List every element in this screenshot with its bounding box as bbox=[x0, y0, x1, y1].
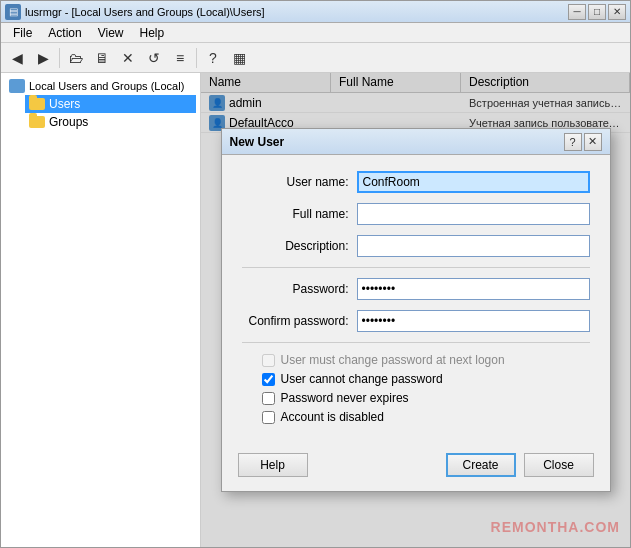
users-folder-icon bbox=[29, 98, 45, 110]
password-never-expires-checkbox[interactable] bbox=[262, 392, 275, 405]
checkbox-row-must-change: User must change password at next logon bbox=[262, 353, 590, 367]
fullname-input[interactable] bbox=[357, 203, 590, 225]
toolbar-properties-button[interactable]: ≡ bbox=[168, 46, 192, 70]
create-button[interactable]: Create bbox=[446, 453, 516, 477]
toolbar-delete-button[interactable]: ✕ bbox=[116, 46, 140, 70]
sidebar-users-label: Users bbox=[49, 97, 80, 111]
must-change-password-checkbox[interactable] bbox=[262, 354, 275, 367]
checkbox-group: User must change password at next logon … bbox=[242, 353, 590, 424]
form-divider-1 bbox=[242, 267, 590, 268]
menu-action[interactable]: Action bbox=[40, 24, 89, 42]
checkbox-row-never-expires: Password never expires bbox=[262, 391, 590, 405]
window-title: lusrmgr - [Local Users and Groups (Local… bbox=[25, 6, 568, 18]
toolbar-folder-button[interactable]: 🗁 bbox=[64, 46, 88, 70]
toolbar-separator-1 bbox=[59, 48, 60, 68]
confirm-password-label: Confirm password: bbox=[242, 314, 357, 328]
password-input[interactable] bbox=[357, 278, 590, 300]
checkbox-row-cannot-change: User cannot change password bbox=[262, 372, 590, 386]
cannot-change-password-checkbox[interactable] bbox=[262, 373, 275, 386]
maximize-button[interactable]: □ bbox=[588, 4, 606, 20]
form-divider-2 bbox=[242, 342, 590, 343]
main-window: ▤ lusrmgr - [Local Users and Groups (Loc… bbox=[0, 0, 631, 548]
window-controls: ─ □ ✕ bbox=[568, 4, 626, 20]
toolbar-refresh-button[interactable]: ↺ bbox=[142, 46, 166, 70]
confirm-password-input[interactable] bbox=[357, 310, 590, 332]
toolbar-help-button[interactable]: ? bbox=[201, 46, 225, 70]
menu-bar: File Action View Help bbox=[1, 23, 630, 43]
list-panel: Name Full Name Description 👤 admin Встро… bbox=[201, 73, 630, 547]
dialog-help-icon-button[interactable]: ? bbox=[564, 133, 582, 151]
dialog-title-buttons: ? ✕ bbox=[564, 133, 602, 151]
account-disabled-label: Account is disabled bbox=[281, 410, 384, 424]
fullname-row: Full name: bbox=[242, 203, 590, 225]
username-label: User name: bbox=[242, 175, 357, 189]
account-disabled-checkbox[interactable] bbox=[262, 411, 275, 424]
confirm-password-row: Confirm password: bbox=[242, 310, 590, 332]
description-label: Description: bbox=[242, 239, 357, 253]
tree-root-label: Local Users and Groups (Local) bbox=[29, 80, 184, 92]
sidebar-item-groups[interactable]: Groups bbox=[25, 113, 196, 131]
description-input[interactable] bbox=[357, 235, 590, 257]
dialog-title-bar: New User ? ✕ bbox=[222, 129, 610, 155]
dialog-close-icon-button[interactable]: ✕ bbox=[584, 133, 602, 151]
tree-children: Users Groups bbox=[5, 95, 196, 131]
modal-overlay: New User ? ✕ User name: bbox=[201, 73, 630, 547]
new-user-dialog: New User ? ✕ User name: bbox=[221, 128, 611, 492]
description-row: Description: bbox=[242, 235, 590, 257]
window-close-button[interactable]: ✕ bbox=[608, 4, 626, 20]
password-never-expires-label: Password never expires bbox=[281, 391, 409, 405]
menu-view[interactable]: View bbox=[90, 24, 132, 42]
main-content-area: Local Users and Groups (Local) Users Gro… bbox=[1, 73, 630, 547]
footer-left: Help bbox=[238, 453, 438, 477]
toolbar-monitor-button[interactable]: 🖥 bbox=[90, 46, 114, 70]
username-input[interactable] bbox=[357, 171, 590, 193]
dialog-title: New User bbox=[230, 135, 564, 149]
menu-file[interactable]: File bbox=[5, 24, 40, 42]
menu-help[interactable]: Help bbox=[132, 24, 173, 42]
tree-root-item[interactable]: Local Users and Groups (Local) bbox=[5, 77, 196, 95]
checkbox-row-disabled: Account is disabled bbox=[262, 410, 590, 424]
toolbar-forward-button[interactable]: ▶ bbox=[31, 46, 55, 70]
username-row: User name: bbox=[242, 171, 590, 193]
must-change-password-label: User must change password at next logon bbox=[281, 353, 505, 367]
dialog-body: User name: Full name: Description: bbox=[222, 155, 610, 445]
groups-folder-icon bbox=[29, 116, 45, 128]
title-bar: ▤ lusrmgr - [Local Users and Groups (Loc… bbox=[1, 1, 630, 23]
password-row: Password: bbox=[242, 278, 590, 300]
password-label: Password: bbox=[242, 282, 357, 296]
dialog-footer: Help Create Close bbox=[222, 445, 610, 491]
help-button[interactable]: Help bbox=[238, 453, 308, 477]
minimize-button[interactable]: ─ bbox=[568, 4, 586, 20]
fullname-label: Full name: bbox=[242, 207, 357, 221]
window-icon: ▤ bbox=[5, 4, 21, 20]
toolbar-grid-button[interactable]: ▦ bbox=[227, 46, 251, 70]
sidebar-groups-label: Groups bbox=[49, 115, 88, 129]
dialog-close-button[interactable]: Close bbox=[524, 453, 594, 477]
sidebar-item-users[interactable]: Users bbox=[25, 95, 196, 113]
sidebar: Local Users and Groups (Local) Users Gro… bbox=[1, 73, 201, 547]
toolbar: ◀ ▶ 🗁 🖥 ✕ ↺ ≡ ? ▦ bbox=[1, 43, 630, 73]
toolbar-separator-2 bbox=[196, 48, 197, 68]
cannot-change-password-label: User cannot change password bbox=[281, 372, 443, 386]
toolbar-back-button[interactable]: ◀ bbox=[5, 46, 29, 70]
